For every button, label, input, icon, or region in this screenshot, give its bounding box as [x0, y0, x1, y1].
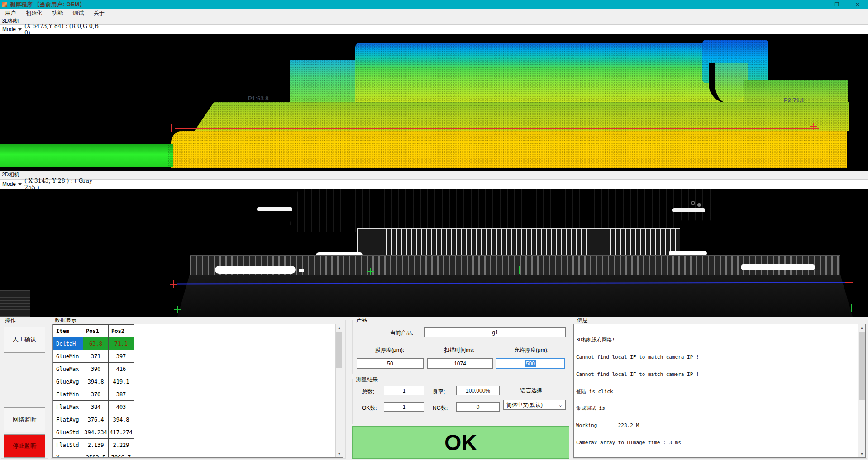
menu-item-debug[interactable]: 调试 — [68, 9, 89, 17]
fixture-base — [177, 275, 853, 317]
yield-label: 良率: — [433, 388, 445, 396]
camera-3d-view[interactable]: P1:63.8 P2:71.1 — [0, 34, 868, 171]
statusbar-segment — [100, 25, 125, 34]
cell-item: FlatStd — [53, 439, 83, 451]
manual-confirm-button[interactable]: 人工确认 — [4, 327, 45, 353]
menu-item-user[interactable]: 用户 — [0, 9, 21, 17]
mode-dropdown-3d[interactable]: Mode — [0, 25, 24, 34]
heightmap-left-green-slab — [0, 144, 173, 167]
log-line: Cannot find local IF to match camera IP … — [576, 372, 856, 378]
log-scrollbar[interactable]: ▲ ▼ — [858, 324, 865, 457]
ng-count-field[interactable]: 0 — [456, 402, 500, 412]
scan-time-field[interactable]: 1074 — [427, 358, 493, 369]
cell-pos2: 2.229 — [109, 439, 134, 451]
col-header-pos2: Pos2 — [109, 325, 134, 337]
log-line: Cannot find local IF to match camera IP … — [576, 355, 856, 360]
menu-item-init[interactable]: 初始化 — [21, 9, 47, 17]
total-field[interactable]: 1 — [384, 386, 424, 395]
statusbar-segment — [100, 180, 125, 189]
measurement-label-p2: P2:71.1 — [784, 97, 805, 104]
cell-item: FlatAvg — [53, 413, 83, 426]
cell-pos1: 390 — [83, 363, 109, 375]
close-icon[interactable]: ✕ — [847, 0, 868, 9]
table-row[interactable]: DeltaH 63.8 71.1 — [53, 337, 134, 350]
statusbar-segment — [125, 180, 868, 189]
network-listen-button[interactable]: 网络监听 — [4, 407, 45, 432]
data-table: Item Pos1 Pos2 DeltaH 63.8 71.1 GlueMin … — [53, 324, 134, 458]
scroll-down-icon[interactable]: ▼ — [858, 450, 865, 457]
current-product-field[interactable]: g1 — [424, 327, 566, 337]
table-scrollbar[interactable]: ▲ ▼ — [335, 324, 343, 457]
redaction-blob — [616, 389, 629, 395]
crosshair-marker-right — [810, 123, 817, 130]
mode-label-3d: Mode — [2, 26, 16, 33]
data-display-group-label: 数据显示 — [53, 317, 78, 324]
title-bar: 测厚程序 【当前用户: OEM】 ─ ❐ ✕ — [0, 0, 868, 9]
table-row[interactable]: X 2583.5 7966.7 — [53, 451, 134, 458]
log-line: 3D相机没有网络! — [576, 337, 856, 343]
menu-item-about[interactable]: 关于 — [89, 9, 110, 17]
section-label-3d-camera: 3D相机 — [0, 17, 868, 24]
cell-pos1: 2.139 — [83, 439, 109, 451]
info-group-label: 信息 — [576, 317, 589, 324]
combo-arrow-icon: ⌄ — [558, 402, 563, 408]
table-row[interactable]: FlatMin 370 387 — [53, 388, 134, 401]
table-row[interactable]: FlatMax 384 403 — [53, 401, 134, 413]
film-thickness-label: 膜厚度(μm): — [358, 346, 422, 354]
crosshair-marker-left — [167, 124, 175, 132]
film-thickness-field[interactable]: 50 — [357, 358, 424, 369]
cell-pos2: 419.1 — [109, 375, 134, 388]
operations-group-label: 操作 — [4, 317, 17, 324]
statusbar-segment — [125, 25, 868, 34]
dropdown-arrow-icon — [18, 183, 22, 185]
glue-highlight — [741, 264, 815, 270]
language-combobox[interactable]: 简体中文(默认) ⌄ — [503, 400, 566, 410]
crosshair-marker-green — [174, 306, 181, 313]
cell-pos1: 394.8 — [83, 375, 109, 388]
mode-dropdown-2d[interactable]: Mode — [0, 180, 24, 189]
crosshair-marker-green — [367, 268, 374, 275]
pcb-white-streak — [672, 208, 705, 212]
measurement-label-p1: P1:63.8 — [248, 95, 269, 102]
cell-pos2: 417.274 — [109, 426, 134, 439]
col-header-pos1: Pos1 — [83, 325, 109, 337]
statusbar-3d: Mode (X 5473,Y 84) : (R 0,G 0,B 0) — [0, 24, 868, 34]
table-row[interactable]: GlueAvg 394.8 419.1 — [53, 375, 134, 388]
log-line: 等到3D取到灰度图数据。 — [576, 457, 856, 458]
table-row[interactable]: GlueMax 390 416 — [53, 363, 134, 375]
scrollbar-thumb[interactable] — [859, 332, 865, 400]
corner-fragment — [0, 290, 30, 317]
scrollbar-thumb[interactable] — [336, 332, 342, 368]
table-row[interactable]: FlatStd 2.139 2.229 — [53, 439, 134, 451]
log-line: CameraV array to HImage time : 3 ms — [576, 440, 856, 446]
table-row[interactable]: GlueStd 394.234 417.274 — [53, 426, 134, 439]
connector-pins — [357, 228, 680, 259]
menu-bar: 用户 初始化 功能 调试 关于 — [0, 9, 868, 17]
dropdown-arrow-icon — [18, 28, 22, 31]
pcb-ring-marks — [691, 201, 695, 205]
camera-2d-view[interactable] — [0, 189, 868, 317]
table-row[interactable]: GlueMin 371 397 — [53, 350, 134, 363]
cell-item: X — [53, 451, 83, 458]
minimize-icon[interactable]: ─ — [806, 0, 826, 9]
yield-field[interactable]: 100.000% — [456, 386, 500, 395]
log-line: Working Set : 223.2 M — [576, 423, 856, 429]
scroll-up-icon[interactable]: ▲ — [336, 324, 343, 332]
ok-count-field[interactable]: 1 — [384, 402, 424, 412]
redaction-blob — [597, 423, 615, 429]
cell-pos1: 384 — [83, 401, 109, 413]
scroll-up-icon[interactable]: ▲ — [858, 324, 865, 332]
col-header-item: Item — [53, 325, 83, 337]
scroll-down-icon[interactable]: ▼ — [336, 450, 343, 457]
cell-pos1: 2583.5 — [83, 451, 109, 458]
cell-item: GlueAvg — [53, 375, 83, 388]
data-table-panel: Item Pos1 Pos2 DeltaH 63.8 71.1 GlueMin … — [52, 324, 343, 458]
redaction-blob — [603, 378, 662, 384]
pcb-board — [290, 189, 717, 232]
table-row[interactable]: FlatAvg 376.4 394.8 — [53, 413, 134, 426]
stop-listen-button[interactable]: 停止监听 — [4, 434, 45, 458]
allowed-thickness-field[interactable]: 500 — [496, 358, 565, 369]
maximize-icon[interactable]: ❐ — [826, 0, 847, 9]
cell-pos2: 7966.7 — [109, 451, 134, 458]
menu-item-function[interactable]: 功能 — [47, 9, 68, 17]
